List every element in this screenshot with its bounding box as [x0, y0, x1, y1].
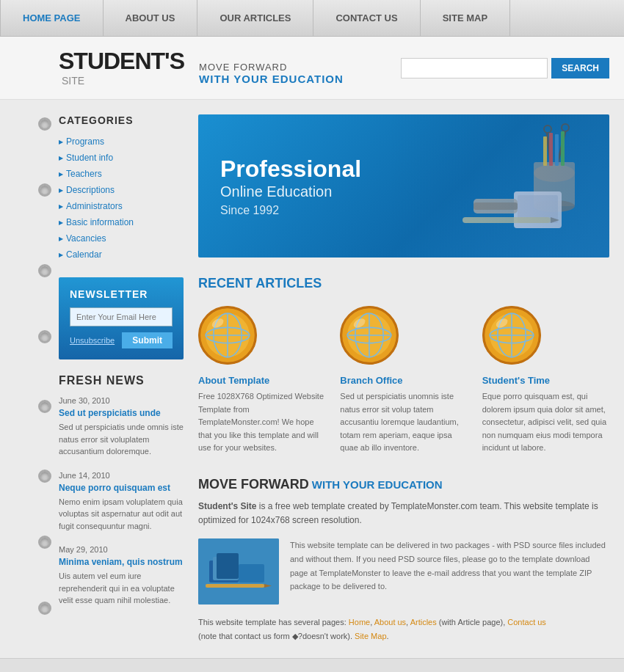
nav-articles[interactable]: OUR ARTICLES: [197, 0, 313, 36]
article-text-2: Sed ut perspiciatis unomnis iste natus e…: [340, 390, 467, 455]
ring-1: [38, 117, 51, 131]
banner-subtitle: Online Education: [220, 183, 361, 200]
news-item-1: June 30, 2010 Sed ut perspiciatis unde S…: [59, 396, 184, 458]
cat-administrators[interactable]: Administrators: [59, 198, 184, 214]
article-title-3[interactable]: Student's Time: [482, 375, 609, 386]
nav-contact[interactable]: CONTACT US: [313, 0, 420, 36]
newsletter-title: NEWSLETTER: [70, 288, 173, 300]
news-headline-3[interactable]: Minima veniam, quis nostrum: [59, 557, 184, 567]
article-text-3: Eque porro quisquam est, qui dolorem ips…: [482, 390, 609, 455]
banner-decoration: [389, 114, 609, 258]
search-area: SEARCH: [401, 58, 609, 78]
bottom-links: This website template has several pages:…: [198, 616, 609, 643]
logo-main: STUDENT'S: [59, 48, 184, 74]
news-text-1: Sed ut perspiciatis unde omnis iste natu…: [59, 421, 184, 458]
ring-4: [38, 330, 51, 343]
newsletter-buttons: Unsubscribe Submit: [70, 332, 173, 348]
banner-text: Professional Online Education Since 1992: [198, 140, 383, 231]
article-title-1[interactable]: About Template: [198, 375, 325, 386]
top-nav: HOME PAGE ABOUT US OUR ARTICLES CONTACT …: [0, 0, 624, 37]
article-icon-1: [198, 306, 257, 365]
logo-area: STUDENT'S SITE MOVE FORWARD WITH YOUR ED…: [59, 48, 344, 88]
nav-home[interactable]: HOME PAGE: [0, 0, 104, 36]
nav-sitemap[interactable]: SITE MAP: [421, 0, 510, 36]
categories-title: CATEGORIES: [59, 114, 184, 126]
nav-about[interactable]: ABOUT US: [104, 0, 198, 36]
news-text-3: Uis autem vel eum iure reprehenderit qui…: [59, 570, 184, 607]
article-card-2: Branch Office Sed ut perspiciatis unomni…: [340, 306, 467, 455]
content-image: [198, 538, 279, 605]
news-item-3: May 29, 2010 Minima veniam, quis nostrum…: [59, 545, 184, 607]
news-headline-2[interactable]: Neque porro quisquam est: [59, 483, 184, 493]
fresh-news-title: FRESH NEWS: [59, 374, 184, 387]
article-title-2[interactable]: Branch Office: [340, 375, 467, 386]
link-home[interactable]: Home: [349, 618, 370, 627]
move-forward-title: MOVE FORWARD WITH YOUR EDUCATION: [198, 477, 609, 492]
article-text-1: Free 1028X768 Optimized Website Template…: [198, 390, 325, 455]
hero-banner: Professional Online Education Since 1992: [198, 114, 609, 258]
svg-rect-45: [239, 564, 264, 582]
svg-rect-44: [217, 553, 239, 579]
logo-sub: SITE: [62, 75, 184, 87]
header: STUDENT'S SITE MOVE FORWARD WITH YOUR ED…: [0, 37, 624, 100]
cat-programs[interactable]: Programs: [59, 134, 184, 150]
article-icon-3: [482, 306, 541, 365]
search-button[interactable]: SEARCH: [551, 58, 609, 78]
content-body-text: This website template can be delivered i…: [290, 538, 609, 605]
news-item-2: June 14, 2010 Neque porro quisquam est N…: [59, 471, 184, 533]
cat-student-info[interactable]: Student info: [59, 150, 184, 166]
ring-2: [38, 183, 51, 197]
categories-list: Programs Student info Teachers Descripti…: [59, 134, 184, 263]
intro-text: Student's Site is a free web template cr…: [198, 500, 609, 527]
tagline-top: MOVE FORWARD: [199, 62, 344, 73]
content-area: CATEGORIES Programs Student info Teacher…: [0, 100, 624, 658]
news-date-3: May 29, 2010: [59, 545, 184, 554]
search-input[interactable]: [401, 58, 548, 78]
ring-5: [38, 400, 51, 413]
ring-8: [38, 602, 51, 615]
link-sitemap[interactable]: Site Map: [355, 632, 386, 640]
recent-articles-title: RECENT ARTICLES: [198, 276, 609, 291]
news-headline-1[interactable]: Sed ut perspiciatis unde: [59, 408, 184, 418]
cat-basic-info[interactable]: Basic information: [59, 214, 184, 230]
article-card-3: Student's Time Eque porro quisquam est, …: [482, 306, 609, 455]
cat-vacancies[interactable]: Vacancies: [59, 230, 184, 246]
svg-rect-46: [206, 584, 264, 588]
link-contact[interactable]: Contact us: [507, 618, 546, 627]
content-with-image: This website template can be delivered i…: [198, 538, 609, 605]
ring-3: [38, 264, 51, 277]
newsletter-submit-button[interactable]: Submit: [122, 332, 173, 348]
cat-teachers[interactable]: Teachers: [59, 166, 184, 182]
articles-grid: About Template Free 1028X768 Optimized W…: [198, 306, 609, 455]
unsubscribe-button[interactable]: Unsubscribe: [70, 332, 115, 348]
news-text-2: Nemo enim ipsam voluplatem quia voluptas…: [59, 496, 184, 533]
ring-7: [38, 536, 51, 549]
ring-6: [38, 470, 51, 483]
banner-title: Professional: [220, 155, 361, 183]
cat-calendar[interactable]: Calendar: [59, 246, 184, 263]
sidebar: CATEGORIES Programs Student info Teacher…: [59, 100, 184, 643]
banner-since: Since 1992: [220, 204, 361, 217]
newsletter-box: NEWSLETTER Unsubscribe Submit: [59, 277, 184, 359]
tagline-bottom: WITH YOUR EDUCATION: [199, 73, 344, 85]
news-date-1: June 30, 2010: [59, 396, 184, 405]
cat-descriptions[interactable]: Descriptions: [59, 182, 184, 198]
article-icon-2: [340, 306, 399, 365]
link-articles[interactable]: Articles: [410, 618, 437, 627]
article-card-1: About Template Free 1028X768 Optimized W…: [198, 306, 325, 455]
main-content: Professional Online Education Since 1992: [198, 100, 609, 643]
link-about[interactable]: About us: [374, 618, 406, 627]
footer: 24/7 CUSTOMER SERVICE 8.800.146.56.7 © C…: [0, 658, 624, 672]
newsletter-email-input[interactable]: [70, 307, 173, 326]
news-date-2: June 14, 2010: [59, 471, 184, 480]
